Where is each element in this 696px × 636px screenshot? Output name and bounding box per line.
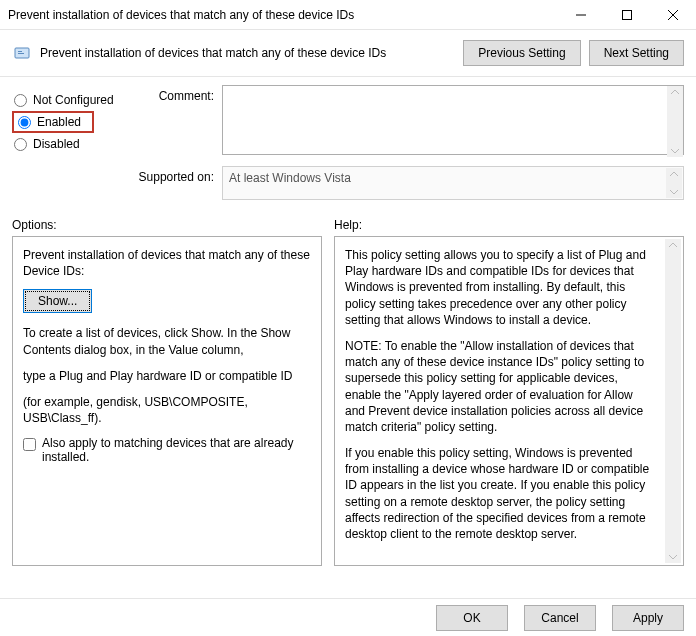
radio-not-configured-input[interactable] [14,94,27,107]
svg-rect-5 [18,51,22,52]
radio-disabled-label: Disabled [33,137,80,151]
options-heading: Prevent installation of devices that mat… [23,247,311,279]
close-icon [668,10,678,20]
apply-button[interactable]: Apply [612,605,684,631]
options-tip-2: type a Plug and Play hardware ID or comp… [23,368,311,384]
comment-input[interactable] [222,85,684,155]
header: Prevent installation of devices that mat… [0,30,696,72]
also-apply-checkbox[interactable] [23,438,36,451]
maximize-icon [622,10,632,20]
maximize-button[interactable] [604,0,650,30]
chevron-down-icon [669,553,677,561]
supported-on-label: Supported on: [132,166,222,184]
state-radio-group: Not Configured Enabled Disabled [12,85,132,208]
ok-button[interactable]: OK [436,605,508,631]
help-panel: This policy setting allows you to specif… [334,236,684,566]
radio-not-configured-label: Not Configured [33,93,114,107]
help-paragraph: If you disable or do not configure this … [345,552,655,555]
close-button[interactable] [650,0,696,30]
minimize-icon [576,10,586,20]
cancel-button[interactable]: Cancel [524,605,596,631]
next-setting-button[interactable]: Next Setting [589,40,684,66]
comment-label: Comment: [132,85,222,103]
options-tip-3: (for example, gendisk, USB\COMPOSITE, US… [23,394,311,426]
help-paragraph: NOTE: To enable the "Allow installation … [345,338,655,435]
svg-rect-1 [623,10,632,19]
svg-rect-6 [18,53,24,54]
policy-icon [12,43,32,63]
footer: OK Cancel Apply [0,598,696,636]
scrollbar[interactable] [667,86,683,157]
chevron-up-icon [670,170,678,178]
also-apply-label: Also apply to matching devices that are … [42,436,311,464]
scrollbar[interactable] [666,168,682,198]
help-paragraph: This policy setting allows you to specif… [345,247,655,328]
radio-enabled-input[interactable] [18,116,31,129]
help-section-label: Help: [334,218,684,232]
options-panel: Prevent installation of devices that mat… [12,236,322,566]
previous-setting-button[interactable]: Previous Setting [463,40,580,66]
chevron-up-icon [671,88,679,96]
radio-disabled[interactable]: Disabled [12,133,132,155]
titlebar: Prevent installation of devices that mat… [0,0,696,30]
minimize-button[interactable] [558,0,604,30]
supported-on-text: At least Windows Vista [229,171,351,185]
window-title: Prevent installation of devices that mat… [0,8,558,22]
chevron-up-icon [669,241,677,249]
options-section-label: Options: [12,218,334,232]
radio-enabled[interactable]: Enabled [12,111,94,133]
chevron-down-icon [671,147,679,155]
radio-disabled-input[interactable] [14,138,27,151]
options-tip-1: To create a list of devices, click Show.… [23,325,311,357]
chevron-down-icon [670,188,678,196]
header-title: Prevent installation of devices that mat… [40,46,463,60]
divider [0,76,696,77]
radio-enabled-label: Enabled [37,115,81,129]
scrollbar[interactable] [665,239,681,563]
show-button[interactable]: Show... [23,289,92,313]
supported-on-value: At least Windows Vista [222,166,684,200]
help-paragraph: If you enable this policy setting, Windo… [345,445,655,542]
radio-not-configured[interactable]: Not Configured [12,89,132,111]
